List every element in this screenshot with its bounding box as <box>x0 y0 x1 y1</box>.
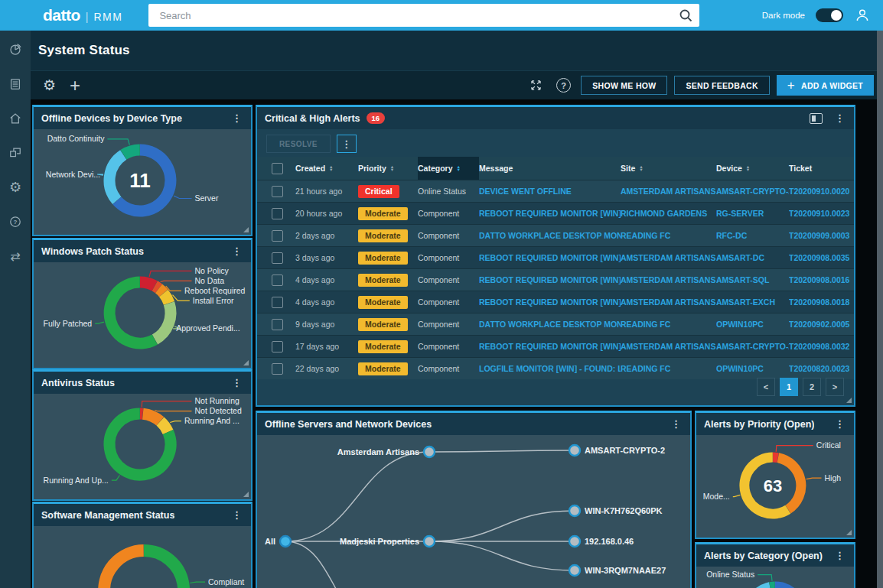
send-feedback-button[interactable]: SEND FEEDBACK <box>674 76 769 95</box>
ticket-link[interactable]: T20200908.0018 <box>789 297 854 307</box>
software-management-donut-chart[interactable]: Compliant <box>34 526 251 588</box>
next-page-button[interactable]: > <box>826 378 844 396</box>
message-link[interactable]: DEVICE WENT OFFLINE <box>479 187 621 196</box>
device-link[interactable]: RG-SERVER <box>716 209 789 218</box>
sidebar-item-remote-icon[interactable]: ⇄ <box>6 247 24 265</box>
alerts-more-actions-kebab-icon[interactable]: ⋮ <box>337 135 357 153</box>
network-tree-chart[interactable]: AllAmsterdam ArtisansAMSART-CRYPTO-2Madj… <box>257 435 690 588</box>
table-row[interactable]: 22 days agoModerateComponentLOGFILE MONI… <box>257 357 854 379</box>
row-checkbox[interactable] <box>257 186 295 197</box>
column-header-created[interactable]: Created▲▼ <box>295 157 358 180</box>
ticket-link[interactable]: T20200902.0005 <box>789 320 854 329</box>
alerts-priority-donut-chart[interactable]: Mode...CriticalHigh63 <box>696 435 854 538</box>
table-row[interactable]: 17 days agoModerateComponentREBOOT REQUI… <box>257 335 854 357</box>
page-scrollbar[interactable] <box>877 31 883 588</box>
add-a-widget-button[interactable]: + ADD A WIDGET <box>777 75 874 96</box>
global-search[interactable] <box>148 4 699 27</box>
device-link[interactable]: OPWIN10PC <box>716 320 789 329</box>
help-icon[interactable]: ? <box>556 78 571 93</box>
search-input[interactable] <box>158 9 678 22</box>
message-link[interactable]: REBOOT REQUIRED MONITOR [WIN] - ... <box>479 275 621 284</box>
datto-rmm-logo[interactable]: datto | RMM <box>0 6 122 24</box>
column-header-priority[interactable]: Priority▲▼ <box>358 157 418 180</box>
device-link[interactable]: RFC-DC <box>716 231 789 240</box>
table-row[interactable]: 3 days agoModerateComponentREBOOT REQUIR… <box>257 246 854 268</box>
table-row[interactable]: 9 days agoModerateComponentDATTO WORKPLA… <box>257 313 854 335</box>
message-link[interactable]: REBOOT REQUIRED MONITOR [WIN] - ... <box>479 209 621 218</box>
site-link[interactable]: AMSTERDAM ARTISANS <box>621 342 716 351</box>
antivirus-status-donut-chart[interactable]: Running And Up...Not RunningNot Detected… <box>34 394 251 499</box>
sidebar-item-settings-icon[interactable]: ⚙ <box>6 178 24 197</box>
prev-page-button[interactable]: < <box>757 378 775 396</box>
column-header-device[interactable]: Device▲▼ <box>716 157 789 180</box>
ticket-link[interactable]: T20200910.0020 <box>789 187 854 196</box>
site-link[interactable]: AMSTERDAM ARTISANS <box>621 297 716 307</box>
site-link[interactable]: RICHMOND GARDENS <box>621 209 716 218</box>
message-link[interactable]: REBOOT REQUIRED MONITOR [WIN] - ... <box>479 342 621 351</box>
site-link[interactable]: READING FC <box>621 364 716 373</box>
widget-menu-kebab-icon[interactable]: ⋮ <box>230 245 243 257</box>
site-link[interactable]: AMSTERDAM ARTISANS <box>621 253 716 262</box>
dark-mode-toggle[interactable] <box>816 8 843 22</box>
widget-menu-kebab-icon[interactable]: ⋮ <box>833 550 846 561</box>
column-header-category[interactable]: Category▲▼ <box>418 157 479 180</box>
user-icon[interactable] <box>854 7 871 24</box>
offline-devices-donut-chart[interactable]: Datto ContinuityNetwork Devi...Server11 <box>34 129 251 235</box>
ticket-link[interactable]: T20200909.0003 <box>789 231 854 240</box>
device-link[interactable]: AMSART-CRYPTO-2 <box>716 342 789 351</box>
sidebar-item-home[interactable] <box>6 109 24 128</box>
show-me-how-button[interactable]: SHOW ME HOW <box>581 76 667 95</box>
add-dashboard-icon[interactable]: + <box>70 75 80 96</box>
row-checkbox[interactable] <box>257 297 295 308</box>
resize-handle[interactable] <box>846 398 852 403</box>
row-checkbox[interactable] <box>257 208 295 219</box>
page-1-button[interactable]: 1 <box>780 378 798 396</box>
message-link[interactable]: DATTO WORKPLACE DESKTOP MONIT... <box>479 231 621 240</box>
resize-handle[interactable] <box>243 360 249 365</box>
ticket-link[interactable]: T20200908.0016 <box>789 275 854 284</box>
ticket-link[interactable]: T20200910.0023 <box>789 209 854 218</box>
message-link[interactable]: REBOOT REQUIRED MONITOR [WIN] - ... <box>479 297 621 307</box>
site-link[interactable]: READING FC <box>621 231 716 240</box>
device-link[interactable]: AMSART-CRYPTO-2 <box>716 187 789 196</box>
widget-menu-kebab-icon[interactable]: ⋮ <box>230 377 243 388</box>
dashboard-settings-gear-icon[interactable]: ⚙ <box>43 76 56 94</box>
table-row[interactable]: 21 hours agoCriticalOnline StatusDEVICE … <box>257 180 854 202</box>
row-checkbox[interactable] <box>257 341 295 352</box>
page-2-button[interactable]: 2 <box>803 378 821 396</box>
card-view-icon[interactable] <box>810 113 823 124</box>
site-link[interactable]: AMSTERDAM ARTISANS <box>621 275 716 284</box>
row-checkbox[interactable] <box>257 319 295 330</box>
ticket-link[interactable]: T20200820.0023 <box>789 364 854 373</box>
table-row[interactable]: 4 days agoModerateComponentREBOOT REQUIR… <box>257 291 854 313</box>
sidebar-item-activity-icon[interactable] <box>6 75 24 93</box>
column-header-site[interactable]: Site▲▼ <box>621 157 716 180</box>
site-link[interactable]: READING FC <box>621 320 716 329</box>
widget-menu-kebab-icon[interactable]: ⋮ <box>833 112 846 124</box>
sidebar-item-components[interactable] <box>6 144 24 162</box>
site-link[interactable]: AMSTERDAM ARTISANS <box>621 187 716 196</box>
device-link[interactable]: OPWIN10PC <box>716 364 789 373</box>
resize-handle[interactable] <box>243 492 249 497</box>
widget-menu-kebab-icon[interactable]: ⋮ <box>230 509 243 521</box>
row-checkbox[interactable] <box>257 275 295 286</box>
column-header-ticket[interactable]: Ticket <box>789 157 854 180</box>
select-all-checkbox[interactable] <box>272 163 283 174</box>
ticket-link[interactable]: T20200908.0032 <box>789 342 854 351</box>
patch-status-donut-chart[interactable]: Fully PatchedNo PolicyNo DataReboot Requ… <box>34 262 251 368</box>
message-link[interactable]: LOGFILE MONITOR [WIN] - FOUND: LO... <box>479 364 621 373</box>
message-link[interactable]: DATTO WORKPLACE DESKTOP MONIT... <box>479 320 621 329</box>
search-icon[interactable] <box>678 8 693 23</box>
sidebar-item-dashboards[interactable] <box>6 41 24 59</box>
widget-menu-kebab-icon[interactable]: ⋮ <box>230 112 243 124</box>
resize-handle[interactable] <box>243 227 249 232</box>
resolve-button[interactable]: RESOLVE <box>266 135 331 153</box>
message-link[interactable]: REBOOT REQUIRED MONITOR [WIN] - ... <box>479 253 621 262</box>
sidebar-item-help-icon[interactable]: ? <box>6 213 24 231</box>
fullscreen-icon[interactable] <box>529 78 543 93</box>
widget-menu-kebab-icon[interactable]: ⋮ <box>833 418 846 430</box>
device-link[interactable]: AMSART-EXCH <box>716 297 789 307</box>
column-header-message[interactable]: Message <box>479 157 621 180</box>
ticket-link[interactable]: T20200908.0035 <box>789 253 854 262</box>
table-row[interactable]: 4 days agoModerateComponentREBOOT REQUIR… <box>257 268 854 291</box>
